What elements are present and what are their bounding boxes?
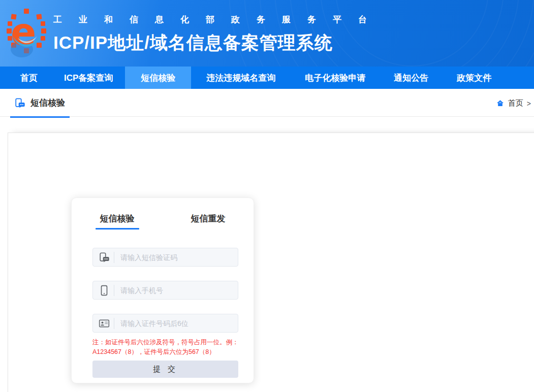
system-title: ICP/IP地址/域名信息备案管理系统 [53,31,384,55]
tab-sms-verify[interactable]: 短信核验 [72,213,163,230]
active-underline [10,116,70,118]
nav-item-notices[interactable]: 通知公告 [394,67,428,89]
nav-item-policy-files[interactable]: 政策文件 [457,67,491,89]
breadcrumb: 首页 > [496,99,531,108]
nav-item-e-verification-apply[interactable]: 电子化核验申请 [305,67,365,89]
idcard-icon [98,317,110,330]
id-symbol-note: 注：如证件号后六位涉及符号，符号占用一位。例： A1234567（8），证件号后… [92,338,241,357]
site-header: e 工业和信息化部政务服务平台 ICP/IP地址/域名信息备案管理系统 [0,0,534,67]
id-last6-row [92,314,238,333]
id-last6-input[interactable] [114,314,238,332]
content-panel: 短信核验 短信重发 [8,133,534,392]
breadcrumb-home-link[interactable]: 首页 [508,99,523,108]
submit-button[interactable]: 提 交 [92,361,238,378]
nav-item-sms-verify[interactable]: 短信核验 [125,67,191,89]
note-line1: 注：如证件号后六位涉及符号，符号占用一位。例： [92,338,241,347]
sms-code-input[interactable] [114,248,238,266]
nav-item-home[interactable]: 首页 [20,67,38,89]
page: e 工业和信息化部政务服务平台 ICP/IP地址/域名信息备案管理系统 首页 I… [0,0,534,392]
sms-code-row [92,248,238,267]
breadcrumb-bar: 短信核验 首页 > [0,89,534,118]
breadcrumb-separator: > [527,100,531,108]
mobile-icon [98,284,110,297]
form-fields [72,248,254,333]
miit-logo-icon[interactable]: e [7,5,48,61]
home-icon [496,99,505,108]
card-tabs: 短信核验 短信重发 [72,213,254,230]
page-title: 短信核验 [30,97,65,109]
tab-active-underline [96,228,139,230]
platform-title: 工业和信息化部政务服务平台 [53,14,384,25]
main-nav: 首页 ICP备案查询 短信核验 违法违规域名查询 电子化核验申请 通知公告 政策… [0,67,534,89]
phone-input[interactable] [114,281,238,299]
tab-sms-resend[interactable]: 短信重发 [163,213,254,230]
divider [0,116,534,117]
svg-text:e: e [11,10,36,54]
tab-label: 短信核验 [100,214,135,223]
note-line2: A1234567（8），证件号后六位为567（8） [92,347,241,357]
nav-item-illegal-domain-query[interactable]: 违法违规域名查询 [206,67,275,89]
phone-row [92,281,238,300]
tab-label: 短信重发 [191,214,226,223]
sms-verify-card: 短信核验 短信重发 [71,198,254,383]
sms-icon [98,251,110,264]
nav-item-icp-query[interactable]: ICP备案查询 [64,67,113,89]
sms-page-icon [14,97,25,109]
